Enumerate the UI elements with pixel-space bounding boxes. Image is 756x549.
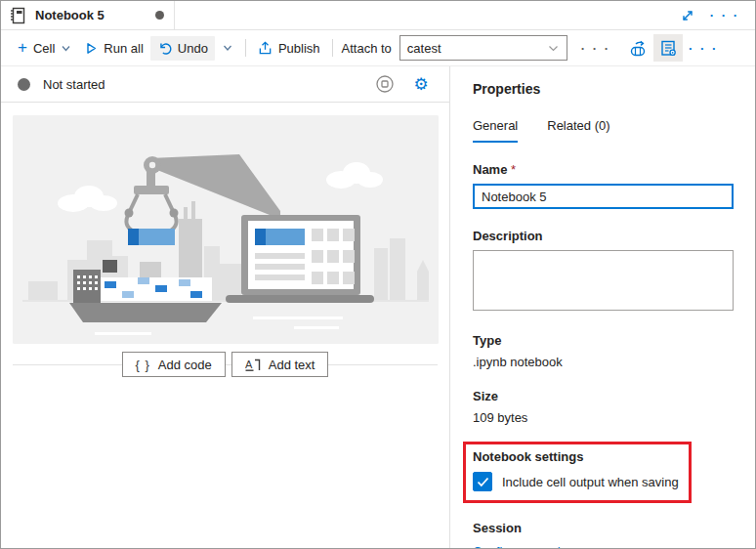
play-icon bbox=[85, 42, 98, 55]
include-output-label: Include cell output when saving bbox=[502, 475, 679, 489]
undo-label: Undo bbox=[178, 41, 208, 56]
undo-redo-dropdown[interactable] bbox=[215, 37, 240, 59]
unsaved-dot bbox=[155, 11, 164, 20]
description-label: Description bbox=[473, 229, 734, 243]
text-icon: A bbox=[245, 358, 261, 372]
name-input[interactable] bbox=[473, 184, 734, 209]
expand-icon[interactable] bbox=[681, 9, 694, 22]
name-label: Name * bbox=[473, 162, 734, 177]
add-cell-button[interactable]: + Cell bbox=[11, 36, 78, 61]
check-icon bbox=[477, 477, 489, 487]
session-status-text: Not started bbox=[43, 77, 105, 92]
properties-pane: Properties General Related (0) Name * De… bbox=[450, 66, 755, 548]
tab-bar: Notebook 5 · · · bbox=[1, 1, 755, 30]
red-annotation-box: Notebook settings Include cell output wh… bbox=[463, 442, 692, 503]
attach-to-dropdown[interactable]: catest bbox=[399, 35, 567, 61]
add-cell-label: Cell bbox=[33, 41, 55, 56]
undo-button[interactable]: Undo bbox=[150, 36, 215, 61]
add-text-button[interactable]: A Add text bbox=[231, 352, 329, 377]
include-output-checkbox[interactable] bbox=[473, 472, 492, 491]
spark-session-icon[interactable] bbox=[624, 34, 653, 62]
properties-tabs: General Related (0) bbox=[473, 118, 734, 143]
plus-icon: + bbox=[18, 42, 27, 54]
main-area: Not started ⚙ bbox=[1, 66, 755, 548]
chevron-down-icon bbox=[61, 43, 71, 54]
type-label: Type bbox=[473, 333, 734, 348]
properties-title: Properties bbox=[473, 81, 734, 97]
undo-icon bbox=[157, 41, 172, 56]
configure-session-link[interactable]: Configure session bbox=[473, 544, 574, 548]
tab-notebook-5[interactable]: Notebook 5 bbox=[1, 1, 175, 29]
required-asterisk: * bbox=[511, 162, 516, 177]
session-gear-icon[interactable]: ⚙ bbox=[409, 72, 433, 96]
notebook-window: Notebook 5 · · · + Cell Run all bbox=[0, 0, 756, 549]
editor-pane: Not started ⚙ bbox=[1, 66, 450, 548]
include-output-row: Include cell output when saving bbox=[473, 472, 679, 491]
code-braces-icon: { } bbox=[136, 358, 150, 372]
run-all-button[interactable]: Run all bbox=[78, 36, 149, 61]
notebook-canvas: { } Add code A Add text bbox=[1, 103, 449, 385]
session-status-bar: Not started ⚙ bbox=[1, 66, 449, 103]
session-label: Session bbox=[473, 521, 734, 535]
tab-actions: · · · bbox=[681, 1, 755, 29]
toolbar-divider bbox=[245, 39, 246, 57]
empty-notebook-illustration bbox=[13, 115, 439, 344]
notebook-icon bbox=[10, 7, 26, 24]
toolbar-more-icon[interactable]: · · · bbox=[577, 41, 614, 56]
add-cell-row: { } Add code A Add text bbox=[13, 344, 438, 385]
notebook-settings-label: Notebook settings bbox=[473, 449, 679, 464]
window-more-icon[interactable]: · · · bbox=[710, 8, 739, 22]
stop-session-icon[interactable] bbox=[373, 72, 397, 96]
tab-title: Notebook 5 bbox=[35, 8, 105, 22]
run-all-label: Run all bbox=[104, 41, 143, 56]
toolbar-far-more-icon[interactable]: · · · bbox=[689, 41, 718, 56]
attach-to-value: catest bbox=[407, 41, 441, 56]
add-text-label: Add text bbox=[269, 358, 315, 372]
add-code-label: Add code bbox=[158, 358, 212, 372]
notebook-toolbar: + Cell Run all Undo Publish bbox=[1, 30, 755, 66]
publish-label: Publish bbox=[278, 41, 320, 56]
toolbar-divider bbox=[332, 39, 333, 57]
chevron-down-icon bbox=[547, 42, 560, 55]
publish-icon bbox=[258, 41, 273, 56]
add-code-button[interactable]: { } Add code bbox=[122, 352, 226, 377]
tab-general[interactable]: General bbox=[473, 118, 518, 143]
svg-text:A: A bbox=[245, 359, 253, 370]
type-value: .ipynb notebook bbox=[473, 355, 734, 369]
size-label: Size bbox=[473, 389, 734, 403]
description-textarea[interactable] bbox=[473, 250, 734, 311]
size-value: 109 bytes bbox=[473, 410, 734, 425]
chevron-down-icon bbox=[222, 42, 233, 54]
attach-to-label: Attach to bbox=[338, 41, 399, 56]
tab-related[interactable]: Related (0) bbox=[547, 118, 609, 143]
properties-pane-icon[interactable] bbox=[653, 34, 683, 62]
publish-button[interactable]: Publish bbox=[251, 36, 327, 61]
status-dot bbox=[18, 78, 30, 91]
